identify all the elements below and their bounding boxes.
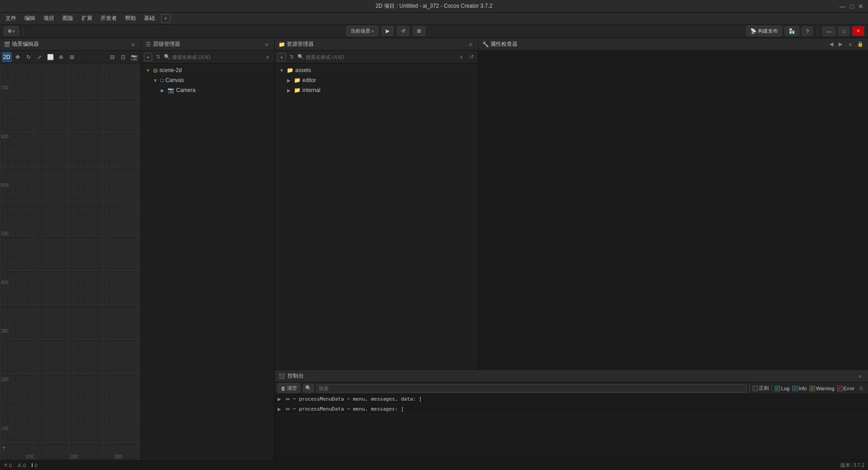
window-title: 2D 项目 : Untitled - ai_372 - Cocos Creato… [4, 2, 864, 10]
scene-editor-title: 场景编辑器 [12, 40, 127, 48]
scene2d-expand-arrow[interactable]: ▼ [145, 67, 151, 73]
hierarchy-filter-button[interactable]: ≡ [264, 53, 272, 61]
camera-expand-arrow[interactable]: ▶ [159, 87, 166, 93]
properties-forward[interactable]: ▶ [836, 40, 844, 48]
hierarchy-header: ☰ 层级管理器 ≡ [141, 38, 274, 51]
menu-developer[interactable]: 开发者 [97, 13, 120, 24]
refresh-button[interactable]: ↺ [397, 26, 409, 36]
row1-expand-arrow[interactable]: ▶ [278, 397, 283, 402]
menu-panel[interactable]: 图版 [59, 13, 77, 24]
screenshot-tool[interactable]: 📷 [129, 52, 139, 62]
canvas-expand-arrow[interactable]: ▼ [152, 77, 158, 83]
move-tool[interactable]: ✥ [13, 52, 23, 62]
filter-error[interactable]: ✓ Error [837, 386, 854, 391]
filter-log[interactable]: ✓ Log [775, 386, 789, 391]
snap-tool[interactable]: ⊞ [67, 52, 77, 62]
grid-button[interactable]: ⊞ [413, 26, 425, 36]
anchor-tool[interactable]: ⊕ [56, 52, 66, 62]
add-node-bottom[interactable]: + [2, 444, 6, 452]
minimize-button[interactable]: — [839, 3, 846, 10]
transform-tool-group[interactable]: ⊕ ▾ [4, 26, 19, 36]
console-row-1[interactable]: ▶ ✏ ~ processMenuData ~ menu, messages, … [275, 394, 868, 404]
camera-fit[interactable]: ⊡ [118, 52, 128, 62]
store-button[interactable]: 🏪 [785, 26, 799, 36]
internal-expand-arrow[interactable]: ▶ [286, 87, 292, 93]
console-search-input[interactable] [317, 384, 747, 392]
refresh-icon: ↺ [401, 28, 405, 34]
scale-tool[interactable]: ⤢ [34, 52, 44, 62]
search-icon: 🔍 [164, 54, 170, 60]
properties-lock[interactable]: 🔒 [856, 40, 864, 48]
clear-console-button[interactable]: 🗑 清空 [278, 383, 300, 393]
normal-checkbox[interactable]: □ [753, 386, 758, 391]
scene2d-label: scene-2d [159, 67, 182, 73]
clear-label: 清空 [287, 385, 297, 392]
asset-panel-menu[interactable]: ≡ [466, 40, 475, 48]
console-row-2[interactable]: ▶ ✏ ~ processMenuData ~ menu, messages: … [275, 404, 868, 414]
tree-item-camera[interactable]: ▶ 📷 Camera [141, 85, 274, 95]
assets-expand-arrow[interactable]: ▼ [278, 67, 285, 73]
console-panel-menu[interactable]: ≡ [856, 372, 864, 380]
filter-warning[interactable]: ✓ Warning [810, 386, 834, 391]
info-checkbox[interactable]: ✓ [792, 386, 798, 391]
maximize-window-btn[interactable]: □ [838, 27, 849, 36]
minimize-window-btn[interactable]: — [822, 27, 835, 36]
asset-sort-button[interactable]: ⇅ [288, 53, 296, 61]
properties-panel-menu[interactable]: ≡ [846, 40, 854, 48]
menu-basic[interactable]: 基础 [140, 13, 158, 24]
menu-help[interactable]: 帮助 [121, 13, 139, 24]
tree-item-scene2d[interactable]: ▼ ◎ scene-2d [141, 65, 274, 75]
asset-list-view[interactable]: ≡ [457, 53, 465, 61]
rotate-tool[interactable]: ↻ [24, 52, 34, 62]
tree-item-assets[interactable]: ▼ 📁 assets [275, 65, 478, 75]
menu-project[interactable]: 项目 [40, 13, 58, 24]
scene2d-icon: ◎ [153, 67, 158, 73]
properties-icon: 🔧 [482, 41, 489, 48]
rect-tool[interactable]: ⬜ [45, 52, 55, 62]
row1-text: ~ processMenuData ~ menu, messages, data… [293, 396, 422, 402]
mode-2d-button[interactable]: 2D [2, 52, 12, 62]
log-checkbox[interactable]: ✓ [775, 386, 780, 391]
hierarchy-panel-menu[interactable]: ≡ [263, 40, 271, 48]
scene-canvas[interactable]: 700 800 500 500 400 300 200 100 100 200 … [0, 63, 141, 460]
log-label: Log [781, 386, 789, 391]
asset-search-input[interactable] [306, 54, 456, 60]
tree-item-internal[interactable]: ▶ 📁 internal [275, 85, 478, 95]
toolbar-sep-2 [817, 27, 818, 35]
normal-label: 正则 [759, 385, 769, 392]
menu-edit[interactable]: 编辑 [21, 13, 39, 24]
toggle-grid[interactable]: ⊟ [107, 52, 117, 62]
current-scene-dropdown[interactable]: 当前场景 ▾ [346, 26, 378, 36]
asset-add-button[interactable]: + [278, 53, 286, 61]
add-panel-button[interactable]: + [161, 14, 170, 23]
scene-panel-menu[interactable]: ≡ [129, 40, 137, 48]
close-button[interactable]: ✕ [857, 3, 864, 10]
menu-file[interactable]: 文件 [2, 13, 20, 24]
error-count: 0 [9, 463, 12, 468]
console-header: ⬛ 控制台 ≡ [275, 370, 868, 383]
filter-info[interactable]: ✓ Info [792, 386, 807, 391]
status-warnings: ⚠ 0 [17, 462, 26, 468]
console-copy-button[interactable]: ⎘ [857, 384, 865, 392]
menu-extension[interactable]: 扩展 [78, 13, 96, 24]
canvas-label: Canvas [165, 77, 184, 83]
properties-header: 🔧 属性检查器 ◀ ▶ ≡ 🔒 [479, 38, 868, 51]
asset-refresh[interactable]: ↺ [467, 53, 475, 61]
warning-checkbox[interactable]: ✓ [810, 386, 815, 391]
tree-item-canvas[interactable]: ▼ □ Canvas [141, 75, 274, 85]
help-button[interactable]: ? [802, 27, 813, 36]
tree-item-editor[interactable]: ▶ 📁 editor [275, 75, 478, 85]
console-filter-icon[interactable]: 🔍 [303, 384, 314, 392]
row2-expand-arrow[interactable]: ▶ [278, 407, 283, 412]
hierarchy-sort-button[interactable]: ⇅ [154, 53, 162, 61]
error-checkbox[interactable]: ✓ [837, 386, 843, 391]
editor-expand-arrow[interactable]: ▶ [286, 77, 292, 83]
hierarchy-search-input[interactable] [172, 54, 262, 60]
build-publish-button[interactable]: 📡 构建发布 [746, 26, 782, 36]
hierarchy-add-button[interactable]: + [144, 53, 152, 61]
close-window-btn[interactable]: ✕ [852, 26, 864, 36]
maximize-button[interactable]: □ [848, 3, 855, 10]
filter-normal[interactable]: □ 正则 [753, 385, 769, 392]
play-button[interactable]: ▶ [382, 26, 393, 36]
properties-back[interactable]: ◀ [827, 40, 835, 48]
